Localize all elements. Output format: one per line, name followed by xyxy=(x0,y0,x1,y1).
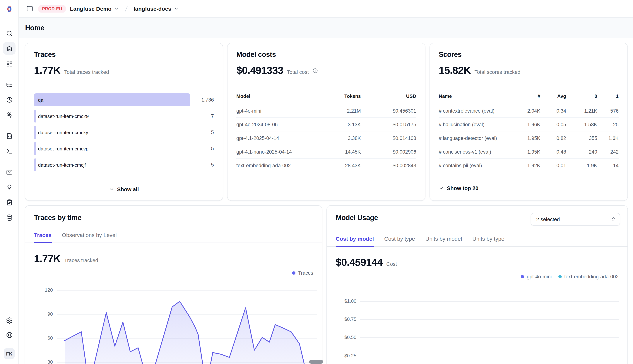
tab-units-by-type[interactable]: Units by type xyxy=(472,236,504,246)
sidebar-item-support[interactable] xyxy=(3,328,16,341)
traces-line-series xyxy=(57,283,318,364)
legend-item: text-embedding-ada-002 xyxy=(558,274,618,280)
traces-card: Traces 1.77K Total traces tracked qa1,73… xyxy=(25,43,223,201)
evaluation-icon xyxy=(6,168,13,176)
legend-dot-icon xyxy=(558,275,562,278)
user-avatar[interactable]: FK xyxy=(4,348,15,359)
column-header: 0 xyxy=(566,94,597,99)
org-switcher[interactable]: Langfuse Demo xyxy=(70,6,119,12)
breadcrumb-slash-icon xyxy=(123,4,130,13)
model-costs-table: ModelTokensUSDgpt-4o-mini2.21M$0.456301g… xyxy=(236,94,416,172)
tab-observations-by-level[interactable]: Observations by Level xyxy=(62,232,117,243)
table-header-row: Name#Avg01 xyxy=(439,94,618,104)
topbar: PROD-EU Langfuse Demo langfuse-docs xyxy=(19,0,633,18)
datasets-icon xyxy=(6,214,13,221)
table-cell: 240 xyxy=(566,149,597,154)
table-cell: 0.82 xyxy=(540,135,566,141)
table-row: gpt-4.1-2025-04-143.38K$0.014108 xyxy=(236,132,416,145)
chart-legend: gpt-4o-minitext-embedding-ada-002 xyxy=(336,274,618,280)
gridline xyxy=(360,319,618,320)
table-cell: 0.34 xyxy=(540,108,566,114)
sidebar-item-search[interactable] xyxy=(3,27,16,40)
scores-table: Name#Avg01# contextrelevance (eval)2.04K… xyxy=(439,94,618,172)
trace-bar-value: 1,736 xyxy=(190,97,214,103)
tab-traces[interactable]: Traces xyxy=(34,232,52,243)
tab-cost-by-model[interactable]: Cost by model xyxy=(336,236,374,246)
sidebar: FK xyxy=(0,0,19,364)
table-cell: 1.6K xyxy=(597,135,618,141)
trace-bar-value: 5 xyxy=(190,162,214,168)
traces-by-time-card: Traces by time TracesObservations by Lev… xyxy=(25,205,322,364)
sidebar-item-settings[interactable] xyxy=(3,314,16,327)
y-axis-label: 60 xyxy=(25,335,53,341)
scores-card: Scores 15.82K Total scores tracked Name#… xyxy=(429,43,628,201)
traces-by-time-chart: 120906030 xyxy=(25,283,322,364)
show-all-button[interactable]: Show all xyxy=(109,186,139,192)
table-cell: $0.014108 xyxy=(361,135,416,141)
chevron-down-icon xyxy=(109,187,114,192)
sidebar-item-datasets[interactable] xyxy=(3,211,16,224)
trace-bar-label: qa xyxy=(38,97,44,103)
chevron-down-icon xyxy=(114,6,119,11)
column-header: Model xyxy=(236,94,320,99)
column-header: # xyxy=(514,94,540,99)
table-cell: 25 xyxy=(597,122,618,127)
sidebar-item-tracing[interactable] xyxy=(3,78,16,91)
sidebar-item-home[interactable] xyxy=(3,42,16,55)
langfuse-logo[interactable] xyxy=(0,0,19,18)
sidebar-item-prompts[interactable] xyxy=(3,130,16,142)
trace-bar-value: 5 xyxy=(190,146,214,151)
panel-left-icon xyxy=(26,5,33,12)
table-cell: # hallucination (eval) xyxy=(439,122,514,127)
project-switcher[interactable]: langfuse-docs xyxy=(134,6,179,12)
page-title: Home xyxy=(25,24,44,32)
model-costs-total-value: $0.491333 xyxy=(236,64,283,76)
sidebar-item-insights[interactable] xyxy=(3,181,16,194)
prompts-icon xyxy=(6,132,13,139)
info-icon[interactable] xyxy=(312,68,318,73)
tab-units-by-model[interactable]: Units by model xyxy=(425,236,462,246)
trace-bar-track: dataset-run-item-cmcky xyxy=(34,126,190,139)
table-cell: $0.015175 xyxy=(361,122,416,127)
sidebar-item-annotation[interactable] xyxy=(3,196,16,208)
tab-cost-by-type[interactable]: Cost by type xyxy=(384,236,415,246)
tracing-icon xyxy=(6,81,13,88)
model-select[interactable]: 2 selected xyxy=(531,213,620,226)
table-cell: 2.21M xyxy=(320,108,361,114)
trace-bar-label: dataset-run-item-cmc29 xyxy=(38,113,89,119)
scores-total-label: Total scores tracked xyxy=(474,69,520,75)
table-cell: 14 xyxy=(597,163,618,168)
trace-bar-row: dataset-run-item-cmcjf5 xyxy=(34,158,214,171)
playground-icon xyxy=(6,148,13,154)
trace-bar-track: dataset-run-item-cmc29 xyxy=(34,110,190,122)
sidebar-item-dashboards[interactable] xyxy=(3,57,16,70)
show-top-20-button[interactable]: Show top 20 xyxy=(439,185,478,191)
model-usage-tabs: Cost by modelCost by typeUnits by modelU… xyxy=(327,236,627,246)
scrollbar-thumb[interactable] xyxy=(309,360,323,364)
y-axis-label: $0.25 xyxy=(327,353,356,359)
sidebar-toggle-button[interactable] xyxy=(25,4,34,14)
y-axis-label: $0.75 xyxy=(327,316,356,322)
main-column: PROD-EU Langfuse Demo langfuse-docs Home xyxy=(19,0,633,364)
sessions-icon xyxy=(6,96,13,103)
model-usage-card: Model Usage 2 selected Cost by modelCost… xyxy=(326,205,628,364)
summary-cards-row: Traces 1.77K Total traces tracked qa1,73… xyxy=(25,43,628,201)
table-cell: 14.45K xyxy=(320,149,361,154)
table-cell: gpt-4o-mini xyxy=(236,108,320,114)
table-cell: 1.95K xyxy=(514,135,540,141)
sidebar-item-users[interactable] xyxy=(3,108,16,121)
table-cell: 0.05 xyxy=(540,122,566,127)
sidebar-item-playground[interactable] xyxy=(3,145,16,157)
settings-icon xyxy=(6,317,13,324)
model-select-value: 2 selected xyxy=(536,216,560,222)
y-axis-label: $0.50 xyxy=(327,335,356,340)
y-axis-label: 90 xyxy=(25,311,53,317)
column-header: Name xyxy=(439,94,514,99)
sidebar-item-evaluation[interactable] xyxy=(3,166,16,178)
insights-icon xyxy=(6,184,13,191)
card-title: Traces by time xyxy=(34,214,313,222)
y-axis-label: 30 xyxy=(25,359,53,364)
trace-bar-track: dataset-run-item-cmcvp xyxy=(34,142,190,155)
sidebar-item-sessions[interactable] xyxy=(3,94,16,106)
gridline xyxy=(360,301,618,302)
